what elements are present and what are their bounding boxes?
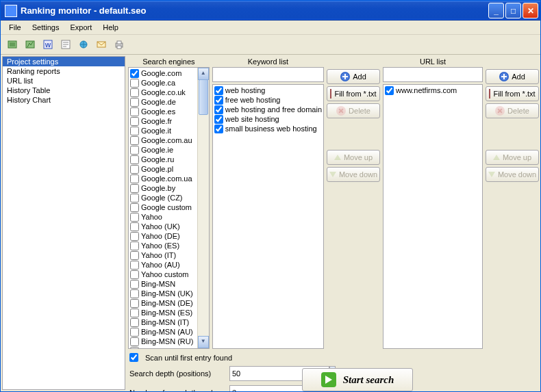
close-button[interactable]: ✕ — [523, 3, 538, 18]
item-checkbox[interactable] — [214, 115, 223, 124]
list-item[interactable]: Yahoo — [129, 212, 198, 222]
list-item[interactable]: Google.com.ua — [129, 174, 198, 183]
list-item[interactable]: Google custom — [129, 202, 198, 212]
movedown-keyword-button[interactable]: Move down — [327, 167, 380, 182]
item-checkbox[interactable] — [214, 96, 223, 105]
scrollbar[interactable]: ▲ ▼ — [197, 68, 209, 348]
item-checkbox[interactable] — [130, 241, 139, 250]
item-checkbox[interactable] — [130, 280, 139, 289]
list-item[interactable]: Google.ca — [129, 78, 198, 88]
list-item[interactable]: Yahoo (IT) — [129, 250, 198, 260]
scroll-up-button[interactable]: ▲ — [198, 68, 209, 80]
item-checkbox[interactable] — [130, 69, 139, 78]
list-item[interactable]: Bing-MSN (DE) — [129, 298, 198, 308]
list-item[interactable]: Google.es — [129, 107, 198, 116]
search-engines-list[interactable]: Google.comGoogle.caGoogle.co.ukGoogle.de… — [128, 67, 210, 349]
list-item[interactable]: Bing-MSN — [129, 279, 198, 289]
item-checkbox[interactable] — [130, 337, 139, 346]
list-item[interactable]: Google.de — [129, 97, 198, 107]
movedown-url-button[interactable]: Move down — [486, 167, 539, 182]
item-checkbox[interactable] — [130, 222, 139, 231]
list-item[interactable]: small business web hosting — [214, 124, 323, 133]
nav-item[interactable]: Ranking reports — [3, 66, 125, 76]
item-checkbox[interactable] — [130, 98, 139, 107]
keyword-input[interactable] — [212, 67, 324, 82]
toolbar-btn-word[interactable]: W — [39, 36, 56, 53]
menu-settings[interactable]: Settings — [27, 22, 65, 33]
list-item[interactable]: Yahoo (ES) — [129, 241, 198, 250]
item-checkbox[interactable] — [130, 251, 139, 260]
scroll-down-button[interactable]: ▼ — [198, 336, 209, 348]
item-checkbox[interactable] — [214, 125, 223, 133]
list-item[interactable]: web hosting — [214, 86, 323, 95]
list-item[interactable]: Google.fr — [129, 116, 198, 126]
toolbar-btn-web[interactable] — [75, 36, 92, 53]
list-item[interactable]: Yahoo custom — [129, 270, 198, 279]
list-item[interactable]: Bing-MSN (UK) — [129, 289, 198, 298]
item-checkbox[interactable] — [130, 136, 139, 145]
item-checkbox[interactable] — [130, 127, 139, 135]
item-checkbox[interactable] — [130, 88, 139, 97]
list-item[interactable]: Google.ie — [129, 145, 198, 155]
list-item[interactable]: Google (CZ) — [129, 193, 198, 202]
list-item[interactable]: Google.it — [129, 126, 198, 135]
moveup-keyword-button[interactable]: Move up — [327, 150, 380, 165]
toolbar-btn-mail[interactable] — [92, 36, 110, 53]
item-checkbox[interactable] — [130, 174, 139, 183]
list-item[interactable]: Bing-MSN (RU) — [129, 337, 198, 346]
toolbar-btn-xml[interactable] — [57, 36, 74, 53]
item-checkbox[interactable] — [385, 86, 394, 95]
list-item[interactable]: Google.co.uk — [129, 88, 198, 97]
menu-file[interactable]: File — [3, 22, 27, 33]
item-checkbox[interactable] — [130, 309, 139, 317]
item-checkbox[interactable] — [130, 117, 139, 126]
list-item[interactable]: Google.by — [129, 183, 198, 193]
add-keyword-button[interactable]: Add — [327, 69, 380, 84]
toolbar-btn-print[interactable] — [110, 36, 127, 53]
item-checkbox[interactable] — [130, 184, 139, 193]
item-checkbox[interactable] — [130, 194, 139, 202]
list-item[interactable]: free web hosting — [214, 95, 323, 105]
threads-spinner[interactable]: ▲▼ — [229, 385, 294, 391]
delete-keyword-button[interactable]: Delete — [327, 103, 380, 118]
list-item[interactable]: Bing-MSN (AU) — [129, 327, 198, 337]
url-input[interactable] — [383, 67, 483, 82]
titlebar[interactable]: Ranking monitor - default.seo _ □ ✕ — [1, 1, 540, 21]
item-checkbox[interactable] — [214, 86, 223, 95]
item-checkbox[interactable] — [130, 318, 139, 327]
search-depth-spinner[interactable]: ▲▼ — [229, 366, 294, 381]
menu-help[interactable]: Help — [97, 22, 124, 33]
item-checkbox[interactable] — [130, 328, 139, 337]
item-checkbox[interactable] — [130, 107, 139, 116]
keyword-list[interactable]: web hostingfree web hostingweb hosting a… — [212, 84, 324, 349]
nav-item[interactable]: URL list — [3, 76, 125, 86]
fill-url-button[interactable]: Fill from *.txt — [486, 86, 539, 101]
list-item[interactable]: web site hosting — [214, 114, 323, 124]
list-item[interactable]: Bing-MSN (IT) — [129, 317, 198, 327]
toolbar-btn-1[interactable] — [3, 36, 21, 53]
item-checkbox[interactable] — [130, 232, 139, 241]
item-checkbox[interactable] — [130, 261, 139, 270]
item-checkbox[interactable] — [130, 203, 139, 212]
minimize-button[interactable]: _ — [488, 3, 504, 18]
scroll-thumb[interactable] — [199, 79, 208, 115]
item-checkbox[interactable] — [130, 165, 139, 174]
add-url-button[interactable]: Add — [486, 69, 539, 84]
item-checkbox[interactable] — [130, 299, 139, 308]
list-item[interactable]: Google.ru — [129, 155, 198, 164]
toolbar-btn-2[interactable] — [21, 36, 38, 53]
item-checkbox[interactable] — [130, 155, 139, 164]
fill-keyword-button[interactable]: Fill from *.txt — [327, 86, 380, 101]
list-item[interactable]: Google.com.au — [129, 135, 198, 145]
nav-item[interactable]: Project settings — [3, 57, 125, 66]
nav-tree[interactable]: Project settingsRanking reportsURL listH… — [2, 56, 125, 390]
moveup-url-button[interactable]: Move up — [486, 150, 539, 165]
list-item[interactable]: Yahoo (DE) — [129, 231, 198, 241]
list-item[interactable]: www.netfirms.com — [384, 86, 481, 95]
list-item[interactable]: Yahoo (UK) — [129, 222, 198, 231]
url-list[interactable]: www.netfirms.com — [383, 84, 483, 349]
nav-item[interactable]: History Table — [3, 86, 125, 95]
scan-first-checkbox[interactable] — [129, 353, 138, 362]
start-search-button[interactable]: Start search — [302, 368, 413, 391]
list-item[interactable]: Google.pl — [129, 164, 198, 174]
